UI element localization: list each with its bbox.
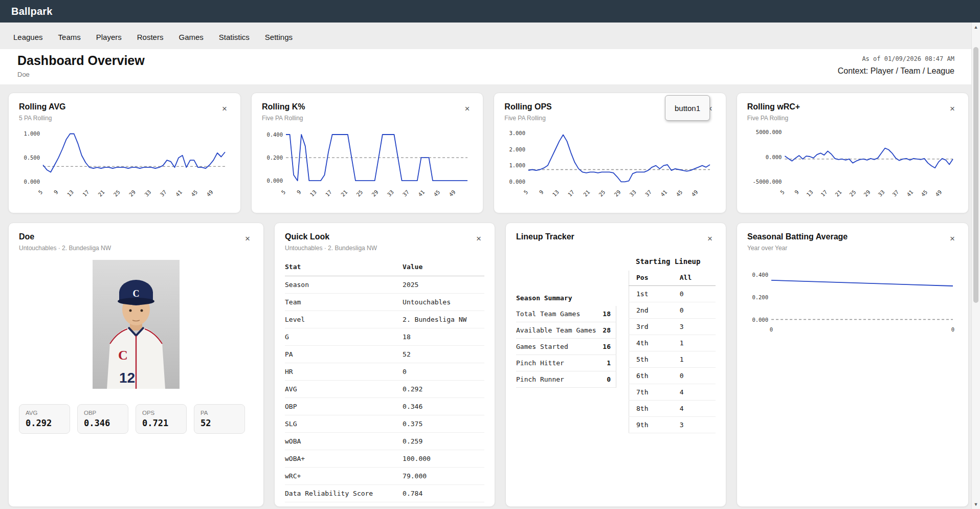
summary-label: Pinch Runner [516, 375, 564, 383]
summary-value: 1 [607, 359, 611, 367]
rolling-wrc-subtitle: Five PA Rolling [747, 115, 800, 122]
lineup-pos: 5th [629, 351, 673, 368]
ql-stat: G [285, 328, 403, 346]
rolling-wrc-close-icon[interactable]: × [947, 102, 958, 115]
svg-text:29: 29 [128, 189, 137, 197]
scroll-down-icon[interactable]: ▼ [972, 502, 980, 507]
starting-lineup-table: Pos All 1st0 2nd0 3rd3 4th1 5th1 6th0 7t… [629, 271, 716, 433]
button1[interactable]: button1 [665, 95, 710, 121]
summary-row: Pinch Hitter1 [516, 355, 616, 371]
svg-text:9: 9 [296, 189, 302, 195]
nav-item-games[interactable]: Games [179, 33, 203, 41]
nav-item-leagues[interactable]: Leagues [13, 33, 43, 41]
ql-value: 0.784 [403, 485, 484, 502]
lineup-row: 5th1 [629, 351, 716, 368]
stat-box-avg: AVG 0.292 [19, 404, 70, 434]
ql-stat: HR [285, 363, 403, 381]
svg-text:12: 12 [119, 370, 135, 386]
stat-value: 0.721 [142, 418, 180, 428]
ql-stat: Data Reliability Score [285, 485, 403, 502]
stat-label: OPS [142, 410, 180, 416]
nav-item-players[interactable]: Players [96, 33, 122, 41]
lineup-count: 3 [673, 417, 716, 433]
table-row: AVG0.292 [285, 381, 484, 398]
svg-text:5: 5 [37, 189, 43, 195]
context-label: Context: Player / Team / League [838, 67, 954, 76]
quick-look-close-icon[interactable]: × [473, 232, 484, 245]
player-card-title: Doe [19, 232, 111, 241]
scrollbar[interactable]: ▲ ▼ [971, 23, 980, 509]
seasonal-avg-close-icon[interactable]: × [947, 232, 958, 245]
lineup-row: 6th0 [629, 368, 716, 384]
svg-text:45: 45 [920, 189, 928, 197]
rolling-avg-chart: 0.0000.5001.0005913172125293337414549 [19, 126, 230, 202]
player-photo: C C 12 [93, 260, 180, 389]
summary-label: Pinch Hitter [516, 359, 564, 367]
ql-value: 2. Bundesliga NW [403, 311, 484, 328]
lineup-pos: 4th [629, 335, 673, 351]
table-row: PA52 [285, 346, 484, 363]
quick-look-subtitle: Untouchables · 2. Bundesliga NW [285, 245, 377, 252]
svg-text:3.000: 3.000 [509, 130, 526, 136]
svg-text:0.400: 0.400 [266, 131, 283, 138]
nav-item-rosters[interactable]: Rosters [137, 33, 164, 41]
page-title: Dashboard Overview [17, 53, 145, 68]
summary-value: 0 [607, 375, 611, 383]
lineup-tracker-close-icon[interactable]: × [704, 232, 716, 245]
detail-card-row: Doe Untouchables · 2. Bundesliga NW × [8, 223, 969, 507]
scrollbar-thumb[interactable] [973, 47, 978, 303]
svg-text:25: 25 [112, 189, 121, 197]
svg-text:13: 13 [308, 189, 317, 197]
player-card: Doe Untouchables · 2. Bundesliga NW × [8, 223, 264, 507]
table-row: TeamUntouchables [285, 294, 484, 311]
rolling-avg-subtitle: 5 PA Rolling [19, 115, 66, 122]
svg-text:37: 37 [159, 189, 167, 197]
page-subtitle: Doe [17, 71, 145, 78]
lineup-col-pos: Pos [629, 271, 673, 286]
rolling-ops-chart: 0.0001.0002.0003.00059131721252933374145… [504, 126, 715, 202]
lineup-pos: 7th [629, 384, 673, 401]
topbar: Ballpark [0, 0, 980, 23]
seasonal-avg-chart: 0.0000.2000.40000 [747, 264, 958, 336]
summary-row: Available Team Games28 [516, 322, 616, 339]
scroll-up-icon[interactable]: ▲ [972, 25, 980, 30]
svg-text:1.000: 1.000 [24, 130, 40, 137]
rolling-ops-title: Rolling OPS [504, 102, 551, 112]
table-row: Data Reliability Score0.784 [285, 485, 484, 502]
svg-text:25: 25 [355, 189, 364, 197]
nav-item-statistics[interactable]: Statistics [219, 33, 250, 41]
svg-text:2.000: 2.000 [509, 146, 526, 152]
quick-look-card: Quick Look Untouchables · 2. Bundesliga … [274, 223, 495, 507]
lineup-row: 9th3 [629, 417, 716, 433]
svg-text:0.500: 0.500 [24, 154, 40, 161]
svg-text:33: 33 [629, 189, 637, 197]
svg-text:49: 49 [691, 189, 699, 197]
stat-box-pa: PA 52 [194, 404, 245, 434]
lineup-row: 3rd3 [629, 319, 716, 335]
rolling-k-close-icon[interactable]: × [461, 102, 473, 115]
ql-col-stat: Stat [285, 259, 403, 276]
svg-text:25: 25 [848, 189, 857, 197]
svg-text:29: 29 [613, 189, 622, 197]
table-row: Season2025 [285, 276, 484, 294]
chart-card-row: Rolling AVG 5 PA Rolling × 0.0000.5001.0… [8, 93, 969, 213]
svg-text:5: 5 [280, 189, 286, 195]
nav-item-settings[interactable]: Settings [265, 33, 293, 41]
summary-row: Pinch Runner0 [516, 371, 616, 388]
svg-text:9: 9 [793, 189, 800, 195]
seasonal-avg-title: Seasonal Batting Average [747, 232, 848, 241]
summary-label: Games Started [516, 343, 568, 350]
ql-value: 79.000 [403, 468, 484, 485]
quick-look-title: Quick Look [285, 232, 377, 241]
player-card-close-icon[interactable]: × [242, 232, 253, 245]
ql-stat: AVG [285, 381, 403, 398]
nav-item-teams[interactable]: Teams [58, 33, 81, 41]
ql-stat: wOBA [285, 433, 403, 450]
rolling-avg-close-icon[interactable]: × [219, 102, 230, 115]
dashboard-content: Rolling AVG 5 PA Rolling × 0.0000.5001.0… [0, 84, 980, 507]
summary-value: 18 [603, 310, 611, 318]
table-row: G18 [285, 328, 484, 346]
stat-value: 0.292 [26, 418, 63, 428]
svg-text:0.000: 0.000 [509, 179, 526, 185]
table-row: wOBA0.259 [285, 433, 484, 450]
